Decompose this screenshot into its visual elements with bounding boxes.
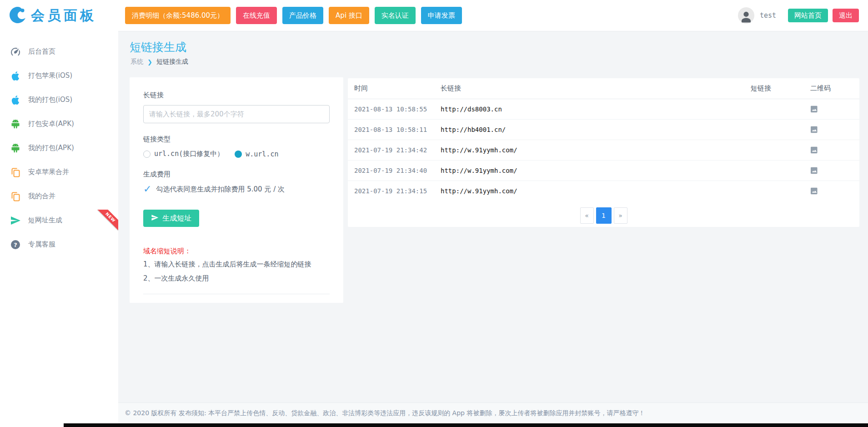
cell-long-url: http://hb4001.cn/	[434, 119, 744, 140]
table-header-row: 时间 长链接 短链接 二维码	[348, 78, 859, 99]
radio-urlcn[interactable]	[143, 151, 151, 158]
android-icon	[9, 118, 21, 130]
recharge-button[interactable]: 在线充值	[236, 7, 277, 24]
short-link-form-card: 长链接 链接类型 url.cn(接口修复中） w.url.cn 生成费用 ✓ 勾…	[130, 77, 343, 303]
cell-short-url	[744, 140, 804, 160]
pagination-prev-button[interactable]: «	[580, 207, 594, 224]
sidebar-item-label: 我的打包(APK)	[28, 144, 74, 152]
col-time: 时间	[348, 78, 434, 99]
pagination: « 1 »	[348, 207, 859, 224]
radio-wurlcn[interactable]	[235, 151, 242, 158]
sidebar-item-short-url[interactable]: 短网址生成 NEW	[0, 208, 118, 232]
qrcode-image-icon[interactable]	[810, 146, 818, 154]
generate-button[interactable]: 生成短址	[143, 210, 199, 227]
consumption-detail-button[interactable]: 消费明细（余额:5486.00元）	[125, 7, 231, 24]
cell-short-url	[744, 160, 804, 181]
qrcode-image-icon[interactable]	[810, 126, 818, 133]
sidebar-item-label: 我的打包(iOS)	[28, 95, 72, 104]
table-row: 2021-07-19 21:34:40 http://w.91yymh.com/	[348, 160, 859, 181]
long-link-label: 长链接	[143, 91, 330, 100]
radio-urlcn-label[interactable]: url.cn(接口修复中）	[154, 150, 224, 158]
link-type-options: url.cn(接口修复中） w.url.cn	[143, 150, 330, 158]
apple-icon	[9, 94, 21, 106]
chevron-right-icon: ❯	[147, 59, 152, 65]
new-badge: NEW	[97, 210, 118, 231]
brand-swirl-icon	[8, 5, 27, 26]
sidebar: 会员面板 后台首页 打包苹果(iOS) 我的打包(iOS) 打包安卓(APK)	[0, 0, 118, 427]
sidebar-item-label: 后台首页	[28, 47, 55, 56]
sidebar-item-label: 打包安卓(APK)	[28, 120, 74, 128]
breadcrumb-current: 短链接生成	[156, 58, 188, 66]
sidebar-item-label: 专属客服	[28, 240, 55, 249]
sidebar-item-pack-ios[interactable]: 打包苹果(iOS)	[0, 64, 118, 88]
sidebar-item-my-merge[interactable]: 我的合并	[0, 184, 118, 208]
cell-short-url	[744, 181, 804, 201]
cell-time: 2021-08-13 10:58:55	[348, 99, 434, 119]
question-icon: ?	[9, 239, 21, 251]
android-icon	[9, 142, 21, 154]
page-title: 短链接生成	[130, 40, 186, 55]
sidebar-item-pack-apk[interactable]: 打包安卓(APK)	[0, 112, 118, 136]
cell-time: 2021-07-19 21:34:40	[348, 160, 434, 181]
sidebar-item-merge[interactable]: 安卓苹果合并	[0, 160, 118, 184]
cell-time: 2021-07-19 21:34:15	[348, 181, 434, 201]
logout-button[interactable]: 退出	[833, 9, 859, 22]
bottom-black-strip	[64, 423, 868, 427]
sidebar-item-label: 安卓苹果合并	[28, 168, 69, 176]
api-button[interactable]: Api 接口	[329, 7, 369, 24]
sidebar-item-label: 我的合并	[28, 192, 55, 201]
cell-time: 2021-07-19 21:34:42	[348, 140, 434, 160]
table-row: 2021-08-13 10:58:55 http://ds8003.cn	[348, 99, 859, 119]
dashboard-icon	[9, 46, 21, 58]
short-link-table: 时间 长链接 短链接 二维码 2021-08-13 10:58:55 http:…	[348, 78, 859, 201]
sidebar-item-label: 打包苹果(iOS)	[28, 71, 72, 80]
cell-long-url: http://w.91yymh.com/	[434, 181, 744, 201]
qrcode-image-icon[interactable]	[810, 187, 818, 195]
notice-line-1: 1、请输入长链接，点击生成后将生成一条经缩短的链接	[143, 260, 330, 270]
col-qrcode: 二维码	[804, 78, 859, 99]
col-long-url: 长链接	[434, 78, 744, 99]
invoice-button[interactable]: 申请发票	[421, 7, 462, 24]
radio-wurlcn-label[interactable]: w.url.cn	[246, 150, 278, 158]
sidebar-menu: 后台首页 打包苹果(iOS) 我的打包(iOS) 打包安卓(APK) 我的打包(…	[0, 31, 118, 256]
breadcrumb: 系统 ❯ 短链接生成	[130, 58, 188, 66]
site-home-button[interactable]: 网站首页	[788, 9, 828, 22]
avatar[interactable]	[738, 7, 754, 24]
cell-time: 2021-08-13 10:58:11	[348, 119, 434, 140]
table-row: 2021-07-19 21:34:15 http://w.91yymh.com/	[348, 181, 859, 201]
long-link-input[interactable]	[143, 105, 330, 123]
sidebar-item-support[interactable]: ? 专属客服	[0, 232, 118, 256]
apple-icon	[9, 70, 21, 82]
sidebar-item-label: 短网址生成	[28, 216, 62, 225]
username: test	[760, 11, 776, 20]
sidebar-item-my-ios[interactable]: 我的打包(iOS)	[0, 88, 118, 112]
check-icon[interactable]: ✓	[143, 184, 151, 194]
history-table-card: 时间 长链接 短链接 二维码 2021-08-13 10:58:55 http:…	[348, 78, 859, 227]
svg-text:?: ?	[14, 241, 17, 248]
fee-agreement-text: 勾选代表同意生成并扣除费用 5.00 元 / 次	[156, 185, 285, 194]
qrcode-image-icon[interactable]	[810, 167, 818, 174]
breadcrumb-root[interactable]: 系统	[130, 58, 143, 66]
table-row: 2021-07-19 21:34:42 http://w.91yymh.com/	[348, 140, 859, 160]
cell-short-url	[744, 99, 804, 119]
brand-title: 会员面板	[31, 6, 96, 25]
qrcode-image-icon[interactable]	[810, 105, 818, 113]
pagination-page-1-button[interactable]: 1	[596, 207, 612, 224]
pagination-next-button[interactable]: »	[614, 207, 627, 224]
sidebar-item-my-apk[interactable]: 我的打包(APK)	[0, 136, 118, 160]
send-icon	[151, 214, 159, 223]
topbar: 消费明细（余额:5486.00元） 在线充值 产品价格 Api 接口 实名认证 …	[118, 0, 868, 31]
fee-label: 生成费用	[143, 170, 330, 179]
product-price-button[interactable]: 产品价格	[282, 7, 323, 24]
link-type-label: 链接类型	[143, 135, 330, 144]
footer-text: © 2020 版权所有 发布须知: 本平台严禁上传色情、反动、贷款金融、政治、非…	[125, 409, 645, 417]
divider	[143, 294, 330, 294]
realname-auth-button[interactable]: 实名认证	[375, 7, 416, 24]
merge-icon	[9, 166, 21, 178]
sidebar-item-dashboard[interactable]: 后台首页	[0, 40, 118, 64]
notice-title: 域名缩短说明：	[143, 247, 330, 256]
col-short-url: 短链接	[744, 78, 804, 99]
brand-logo[interactable]: 会员面板	[0, 0, 118, 31]
cell-long-url: http://w.91yymh.com/	[434, 140, 744, 160]
footer: © 2020 版权所有 发布须知: 本平台严禁上传色情、反动、贷款金融、政治、非…	[118, 402, 868, 423]
